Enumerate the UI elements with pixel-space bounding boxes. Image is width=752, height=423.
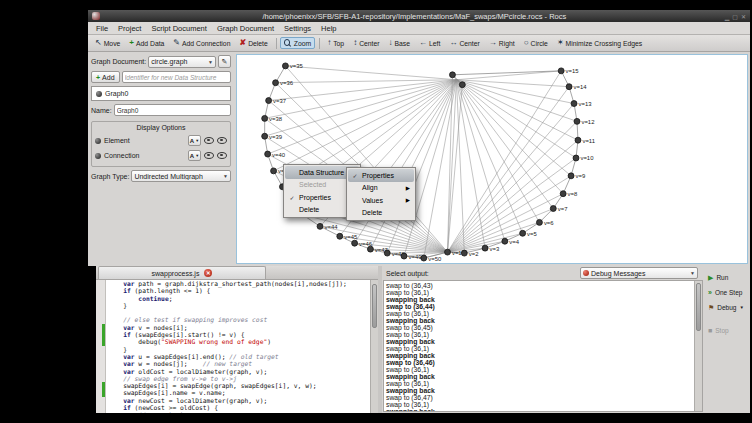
menu-script-document[interactable]: Script Document [146, 24, 211, 33]
connection-visibility-eye-icon[interactable] [204, 152, 214, 159]
element-visibility-eye-icon[interactable] [204, 137, 214, 144]
graph-node[interactable] [262, 115, 268, 121]
graph-canvas[interactable]: v=35v=36v=37v=38v=39v=40v=41v=42v=43v=44… [236, 54, 748, 264]
properties-icon: ✓ [351, 172, 359, 179]
graph-type-select[interactable]: Undirected Multigraph ▼ [131, 170, 231, 182]
tool-circle[interactable]: ○Circle [520, 37, 552, 49]
graph-node[interactable] [502, 238, 508, 244]
tool-top[interactable]: ↑Top [323, 37, 348, 49]
graph-node[interactable] [384, 250, 390, 256]
graph-node[interactable] [282, 63, 288, 69]
graph-node[interactable] [352, 240, 358, 246]
graph-node[interactable] [571, 101, 577, 107]
graph-node[interactable] [550, 206, 556, 212]
debug-output-list[interactable]: swap to (36,43)swap to (36,1)swapping ba… [383, 280, 703, 412]
graph-node[interactable] [266, 98, 272, 104]
pencil-icon: ✎ [222, 58, 228, 66]
graph-node[interactable] [482, 245, 488, 251]
close-tab-icon[interactable]: ✕ [204, 269, 212, 277]
title-bar[interactable]: /home/phoenixx/SFB/SFB-A1-repository/Imp… [88, 10, 750, 22]
tool-right[interactable]: →Right [485, 37, 519, 49]
node-label: v=12 [581, 119, 594, 125]
tool-center[interactable]: ↕Center [349, 37, 383, 49]
output-type-select[interactable]: Debug Messages ▼ [580, 267, 698, 279]
debug-message: swap to (36,47) [386, 394, 693, 401]
graph-document-select[interactable]: circle.graph ▼ [148, 56, 216, 68]
connection-value-eye-icon[interactable] [217, 152, 227, 159]
graph-node[interactable] [421, 255, 427, 261]
graph-node[interactable] [461, 250, 467, 256]
tool-base[interactable]: ↓Base [385, 37, 415, 49]
graph-node[interactable] [573, 155, 579, 161]
submenu-item-properties[interactable]: ✓Properties [348, 169, 414, 182]
graph-node[interactable] [337, 233, 343, 239]
data-structure-tree-item[interactable]: Graph0 [91, 86, 231, 101]
name-input[interactable] [114, 104, 231, 116]
tool-move[interactable]: ↖Move [91, 37, 124, 49]
code-editor[interactable]: var path = graph.dijkstra_shortest_path(… [96, 280, 378, 413]
graph-node[interactable] [575, 137, 581, 143]
element-node-icon [95, 138, 101, 144]
graph-node[interactable] [459, 82, 465, 88]
edit-document-button[interactable]: ✎ [218, 55, 231, 68]
tool-add-data[interactable]: +Add Data [125, 37, 168, 49]
graph-edge [456, 80, 485, 248]
graph-node[interactable] [560, 191, 566, 197]
graph-node[interactable] [367, 246, 373, 252]
menu-file[interactable]: File [91, 24, 113, 33]
graph-node[interactable] [558, 68, 564, 74]
graph-node[interactable] [401, 253, 407, 259]
debug-button[interactable]: ⚑Debug▼ [706, 303, 748, 312]
menu-project[interactable]: Project [113, 24, 146, 33]
output-scrollbar[interactable] [694, 281, 702, 411]
graph-edge [269, 80, 457, 101]
node-label: v=38 [269, 116, 283, 122]
menu-help[interactable]: Help [316, 24, 341, 33]
identifier-input[interactable] [122, 71, 231, 83]
tool-left[interactable]: ←Left [415, 37, 444, 49]
graph-node[interactable] [520, 230, 526, 236]
tool-minimize-crossing-edges[interactable]: ✶Minimize Crossing Edges [553, 37, 646, 49]
code-text[interactable]: var path = graph.dijkstra_shortest_path(… [106, 280, 370, 413]
menu-settings[interactable]: Settings [279, 24, 316, 33]
output-header: Select output: Debug Messages ▼ [382, 266, 704, 280]
submenu-item-align[interactable]: Align▶ [348, 182, 414, 195]
element-value-eye-icon[interactable] [217, 137, 227, 144]
add-data-structure-button[interactable]: + Add [91, 71, 120, 83]
graph-node[interactable] [271, 168, 277, 174]
debug-message: swap to (36,1) [386, 366, 693, 373]
menu-graph-document[interactable]: Graph Document [212, 24, 279, 33]
graph-node[interactable] [265, 151, 271, 157]
graph-node[interactable] [450, 72, 456, 78]
tool-center[interactable]: ↔Center [445, 37, 483, 49]
toolbar-separator [319, 38, 320, 49]
close-icon[interactable]: ✕ [741, 13, 746, 20]
graph-node[interactable] [568, 173, 574, 179]
window-title: /home/phoenixx/SFB/SFB-A1-repository/Imp… [104, 12, 725, 21]
submenu-item-values[interactable]: Values▶ [348, 194, 414, 207]
select-output-label: Select output: [386, 270, 429, 277]
tool-zoom[interactable]: Zoom [280, 37, 315, 49]
element-name-toggle[interactable]: A▼ [188, 135, 201, 146]
graph-node[interactable] [574, 118, 580, 124]
tool-add-connection[interactable]: ✎Add Connection [169, 37, 234, 49]
graph-node[interactable] [445, 249, 451, 255]
submenu-arrow-icon: ▶ [400, 197, 410, 203]
maximize-icon[interactable]: ▢ [732, 13, 738, 20]
tool-delete[interactable]: ✘Delete [235, 37, 271, 49]
graph-node[interactable] [536, 219, 542, 225]
submenu-item-delete[interactable]: Delete [348, 207, 414, 220]
add-data-icon: + [129, 39, 134, 47]
run-button[interactable]: ▶Run [706, 273, 748, 282]
graph-node[interactable] [566, 84, 572, 90]
one-step-button[interactable]: »One Step [706, 288, 748, 297]
connection-name-toggle[interactable]: A▼ [188, 150, 201, 161]
minimize-icon[interactable]: ▁ [725, 13, 730, 20]
graph-node[interactable] [317, 223, 323, 229]
toolbar-separator [276, 38, 277, 49]
graph-node[interactable] [262, 133, 268, 139]
graph-node[interactable] [273, 80, 279, 86]
tab-swapprocess-js[interactable]: swapprocess.js ✕ [98, 266, 266, 279]
debug-message: swapping back [386, 352, 693, 359]
editor-scrollbar[interactable] [370, 280, 378, 413]
